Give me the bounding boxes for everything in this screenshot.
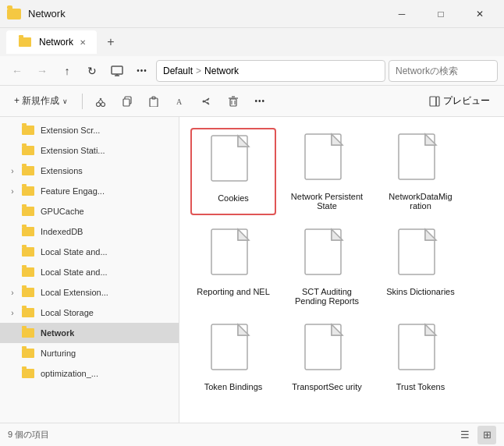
preview-label: プレビュー: [443, 94, 490, 108]
breadcrumb-default: Default: [163, 65, 193, 76]
share-button[interactable]: [195, 90, 218, 113]
file-item-8[interactable]: Trust Tokens: [378, 318, 463, 396]
svg-point-3: [97, 102, 101, 106]
sidebar: Extension Scr...Extension Stati...›Exten…: [0, 117, 179, 423]
file-name-8: Trust Tokens: [396, 382, 445, 391]
sidebar-item-4[interactable]: GPUCache: [0, 201, 179, 221]
sidebar-item-2[interactable]: ›Extensions: [0, 161, 179, 181]
more-button[interactable]: •••: [248, 90, 272, 113]
view-controls: ☰ ⊞: [456, 426, 496, 444]
new-dropdown-icon: ∨: [62, 97, 68, 105]
breadcrumb[interactable]: Default > Network: [156, 60, 385, 82]
sidebar-chevron-10: [6, 327, 19, 339]
forward-button[interactable]: →: [31, 60, 53, 82]
maximize-button[interactable]: □: [423, 0, 459, 28]
file-item-5[interactable]: Skins Dictionaries: [378, 223, 463, 310]
file-item-2[interactable]: NetworkDataMig ration: [378, 128, 463, 215]
sidebar-folder-icon-3: [22, 186, 34, 196]
file-name-0: Cookies: [218, 193, 249, 203]
preview-button[interactable]: プレビュー: [421, 90, 498, 113]
rename-button[interactable]: A: [169, 90, 192, 113]
file-name-7: TransportSec urity: [292, 382, 361, 391]
sidebar-item-label-11: Nurturing: [41, 349, 76, 358]
sidebar-item-10[interactable]: Network: [0, 323, 179, 343]
svg-rect-0: [112, 66, 122, 74]
file-icon-8: [397, 323, 444, 377]
svg-rect-9: [150, 98, 158, 107]
sidebar-folder-icon-1: [22, 146, 34, 155]
paste-button[interactable]: [142, 90, 165, 113]
svg-rect-19: [436, 97, 439, 106]
sidebar-folder-icon-10: [22, 328, 34, 338]
list-view-button[interactable]: ☰: [456, 426, 474, 444]
file-name-6: Token Bindings: [204, 382, 263, 391]
dots-button[interactable]: •••: [131, 60, 153, 82]
sidebar-item-1[interactable]: Extension Stati...: [0, 140, 179, 161]
sidebar-folder-icon-0: [22, 126, 34, 135]
sidebar-folder-icon-4: [22, 207, 34, 216]
delete-button[interactable]: [222, 90, 245, 113]
file-name-3: Reporting and NEL: [197, 287, 270, 296]
file-item-6[interactable]: Token Bindings: [190, 318, 276, 396]
sidebar-item-label-7: Local State and...: [41, 267, 108, 277]
sidebar-item-6[interactable]: Local State and...: [0, 242, 179, 262]
file-item-0[interactable]: Cookies: [190, 128, 276, 215]
sidebar-item-9[interactable]: ›Local Storage: [0, 303, 179, 323]
sidebar-chevron-7: [6, 266, 19, 278]
new-button[interactable]: + 新規作成 ∨: [6, 90, 76, 113]
sidebar-item-11[interactable]: Nurturing: [0, 343, 179, 363]
sidebar-item-7[interactable]: Local State and...: [0, 262, 179, 282]
svg-rect-13: [230, 99, 236, 106]
sidebar-item-label-6: Local State and...: [41, 247, 108, 257]
active-tab[interactable]: Network ✕: [6, 30, 97, 54]
sidebar-item-label-0: Extension Scr...: [41, 126, 100, 135]
sidebar-item-label-10: Network: [41, 328, 74, 338]
sidebar-folder-icon-9: [22, 308, 34, 317]
tab-label: Network: [39, 37, 73, 48]
sidebar-chevron-5: [6, 225, 19, 238]
up-button[interactable]: ↑: [56, 60, 78, 82]
sidebar-folder-icon-6: [22, 247, 34, 257]
file-icon-3: [210, 228, 257, 282]
sidebar-folder-icon-11: [22, 349, 34, 358]
file-icon-6: [210, 323, 257, 377]
breadcrumb-sep1: >: [196, 65, 201, 76]
sidebar-item-3[interactable]: ›Feature Engag...: [0, 181, 179, 201]
file-name-1: Network Persistent State: [289, 192, 365, 211]
close-button[interactable]: ✕: [462, 0, 498, 28]
monitor-icon[interactable]: [106, 60, 128, 82]
sidebar-chevron-4: [6, 205, 19, 218]
sidebar-item-label-1: Extension Stati...: [41, 146, 105, 155]
file-icon-2: [397, 133, 444, 187]
sidebar-item-5[interactable]: IndexedDB: [0, 221, 179, 242]
search-input[interactable]: [389, 60, 498, 82]
file-grid: Cookies Network Persistent State Network…: [187, 125, 496, 399]
main-layout: Extension Scr...Extension Stati...›Exten…: [0, 117, 504, 423]
sidebar-chevron-2: ›: [6, 165, 19, 177]
file-name-5: Skins Dictionaries: [386, 287, 454, 296]
file-item-7[interactable]: TransportSec urity: [284, 318, 370, 396]
sidebar-folder-icon-2: [22, 166, 34, 175]
grid-view-button[interactable]: ⊞: [477, 426, 496, 444]
sidebar-item-0[interactable]: Extension Scr...: [0, 120, 179, 140]
tab-close-button[interactable]: ✕: [78, 37, 87, 48]
sidebar-chevron-9: ›: [6, 306, 19, 319]
back-button[interactable]: ←: [6, 60, 28, 82]
copy-button[interactable]: [115, 90, 139, 113]
cut-button[interactable]: [89, 90, 112, 113]
sidebar-item-8[interactable]: ›Local Extension...: [0, 282, 179, 303]
new-tab-button[interactable]: +: [100, 31, 122, 53]
sidebar-item-label-3: Feature Engag...: [41, 186, 105, 196]
sidebar-item-12[interactable]: optimization_...: [0, 363, 179, 384]
file-item-3[interactable]: Reporting and NEL: [190, 223, 276, 310]
sidebar-item-label-9: Local Storage: [41, 308, 94, 317]
tab-bar: Network ✕ +: [0, 28, 504, 56]
svg-rect-18: [430, 97, 436, 106]
refresh-button[interactable]: ↻: [81, 60, 103, 82]
file-icon-7: [303, 323, 350, 377]
file-item-1[interactable]: Network Persistent State: [284, 128, 370, 215]
file-item-4[interactable]: SCT Auditing Pending Reports: [284, 223, 370, 310]
sidebar-item-label-2: Extensions: [41, 166, 83, 175]
file-icon-4: [303, 228, 350, 282]
minimize-button[interactable]: ─: [384, 0, 420, 28]
